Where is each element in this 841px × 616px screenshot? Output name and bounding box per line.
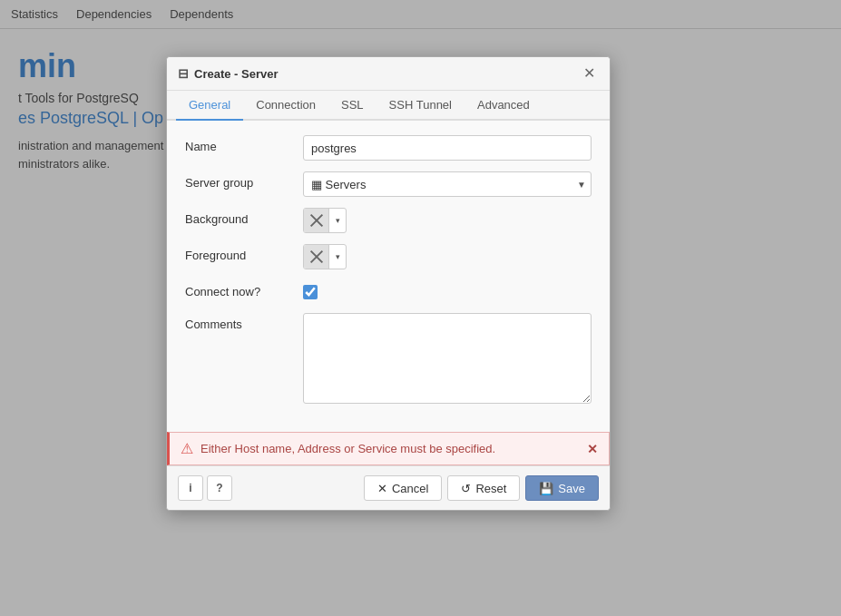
error-bar: ⚠ Either Host name, Address or Service m…	[167, 432, 610, 465]
server-group-row: Server group ▦ Servers ▼	[185, 171, 592, 197]
foreground-row: Foreground ▾	[185, 244, 592, 269]
comments-label: Comments	[185, 313, 303, 331]
tab-connection[interactable]: Connection	[243, 91, 328, 121]
dialog-title: ⊟ Create - Server	[178, 66, 279, 81]
background-control: ▾	[303, 208, 592, 233]
foreground-color-picker[interactable]: ▾	[303, 244, 347, 269]
help-button[interactable]: ?	[207, 475, 232, 501]
tab-ssl[interactable]: SSL	[328, 91, 376, 121]
cancel-icon: ✕	[377, 482, 387, 495]
cancel-label: Cancel	[392, 482, 428, 495]
create-server-dialog: ⊟ Create - Server ✕ General Connection S…	[166, 56, 611, 511]
dialog-close-button[interactable]: ✕	[580, 64, 599, 83]
save-label: Save	[558, 482, 585, 495]
comments-control	[303, 313, 592, 406]
info-button[interactable]: i	[178, 475, 203, 501]
comments-row: Comments	[185, 313, 592, 406]
tab-general[interactable]: General	[176, 91, 243, 121]
background-row: Background ▾	[185, 208, 592, 233]
tab-ssh-tunnel[interactable]: SSH Tunnel	[376, 91, 465, 121]
tab-advanced[interactable]: Advanced	[465, 91, 543, 121]
foreground-control: ▾	[303, 244, 592, 269]
server-group-label: Server group	[185, 171, 303, 190]
connect-now-row: Connect now?	[185, 280, 592, 302]
name-label: Name	[185, 135, 303, 153]
reset-button[interactable]: ↺ Reset	[447, 475, 520, 501]
server-group-select[interactable]: ▦ Servers	[303, 171, 592, 197]
cancel-button[interactable]: ✕ Cancel	[364, 475, 442, 501]
background-swatch-x-icon	[308, 211, 326, 230]
dialog-body: Name Server group ▦ Servers ▼ Background	[167, 121, 610, 432]
server-group-control: ▦ Servers ▼	[303, 171, 592, 197]
server-group-select-wrapper: ▦ Servers ▼	[303, 171, 592, 197]
comments-textarea[interactable]	[303, 313, 592, 404]
connect-now-control	[303, 280, 592, 302]
connect-now-label: Connect now?	[185, 280, 303, 298]
name-input[interactable]	[303, 135, 592, 161]
save-icon: 💾	[539, 482, 553, 495]
error-warning-icon: ⚠	[181, 440, 193, 457]
connect-now-checkbox[interactable]	[303, 285, 318, 299]
background-label: Background	[185, 208, 303, 226]
reset-label: Reset	[475, 482, 506, 495]
background-color-picker[interactable]: ▾	[303, 208, 347, 233]
dialog-footer: i ? ✕ Cancel ↺ Reset 💾 Save	[167, 465, 610, 510]
server-icon: ⊟	[178, 66, 189, 81]
reset-icon: ↺	[461, 482, 471, 495]
background-color-arrow: ▾	[329, 209, 346, 232]
background-swatch	[304, 209, 329, 232]
save-button[interactable]: 💾 Save	[525, 475, 599, 501]
error-close-button[interactable]: ✕	[587, 442, 598, 456]
dialog-tabs: General Connection SSL SSH Tunnel Advanc…	[167, 91, 610, 121]
foreground-color-arrow: ▾	[329, 245, 346, 269]
name-control	[303, 135, 592, 161]
footer-right: ✕ Cancel ↺ Reset 💾 Save	[364, 475, 599, 501]
foreground-swatch-x-icon	[308, 248, 326, 266]
error-message: Either Host name, Address or Service mus…	[200, 442, 495, 455]
dialog-title-text: Create - Server	[194, 67, 279, 81]
name-row: Name	[185, 135, 592, 161]
footer-left: i ?	[178, 475, 232, 501]
error-content: ⚠ Either Host name, Address or Service m…	[181, 440, 495, 457]
foreground-label: Foreground	[185, 244, 303, 262]
dialog-header: ⊟ Create - Server ✕	[167, 57, 610, 91]
foreground-swatch	[304, 245, 329, 269]
